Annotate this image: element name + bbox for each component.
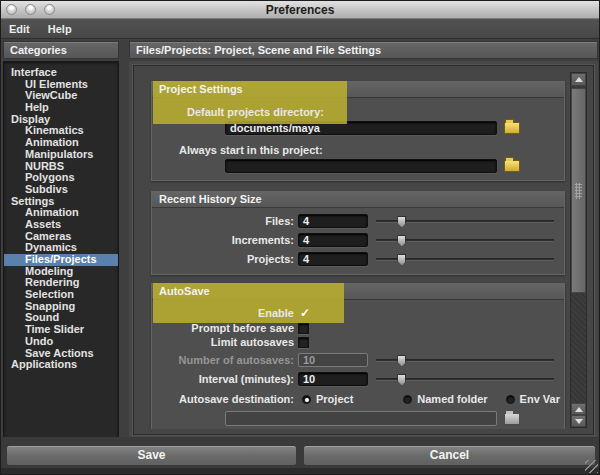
- increments-slider-thumb[interactable]: [397, 235, 406, 247]
- sidebar-item-viewcube[interactable]: ViewCube: [4, 90, 118, 102]
- autosave-path-field: [225, 411, 497, 426]
- title-bar: Preferences: [1, 1, 599, 19]
- scroll-down-button[interactable]: [571, 415, 586, 427]
- always-start-field[interactable]: [225, 159, 497, 173]
- sidebar-item-undo[interactable]: Undo: [4, 336, 118, 348]
- up-arrow-icon: [575, 77, 583, 82]
- scroll-up-button-bottom[interactable]: [571, 403, 586, 415]
- increments-field[interactable]: 4: [298, 233, 368, 247]
- autosave-title: AutoSave: [159, 285, 210, 297]
- always-start-label: Always start in this project:: [179, 144, 564, 156]
- radio-named-folder[interactable]: [403, 395, 412, 404]
- number-of-autosaves-field: 10: [298, 353, 368, 367]
- interval-minutes-label: Interval (minutes):: [152, 373, 294, 385]
- prompt-before-save-label: Prompt before save: [152, 322, 294, 334]
- cancel-button[interactable]: Cancel: [303, 445, 596, 466]
- default-projects-directory-field[interactable]: documents/maya: [225, 121, 497, 135]
- radio-label-project: Project: [316, 393, 353, 405]
- project-settings-header: Project Settings: [152, 82, 564, 98]
- categories-header: Categories: [3, 41, 119, 59]
- window-controls: [6, 4, 55, 15]
- scrollbar-thumb[interactable]: [571, 88, 586, 293]
- files-slider-thumb[interactable]: [397, 216, 406, 228]
- zoom-button[interactable]: [44, 4, 55, 15]
- limit-autosaves-label: Limit autosaves: [152, 336, 294, 348]
- save-button[interactable]: Save: [6, 445, 297, 466]
- settings-frame: Project Settings Default projects direct…: [133, 65, 594, 435]
- projects-slider-thumb[interactable]: [397, 254, 406, 266]
- autosave-header: AutoSave: [152, 284, 564, 300]
- sidebar-item-animation[interactable]: Animation: [4, 207, 118, 219]
- window-bottom-edge: [1, 468, 599, 474]
- autosave-group: AutoSave Enable ✓ Prompt before save Lim…: [151, 283, 565, 429]
- project-settings-title: Project Settings: [159, 83, 243, 95]
- increments-slider[interactable]: [376, 239, 554, 242]
- autosave-destination-row: Autosave destination: ProjectNamed folde…: [152, 393, 564, 405]
- browse-folder-icon[interactable]: [504, 122, 520, 134]
- preferences-window: Preferences Edit Help Categories Files/P…: [0, 0, 600, 475]
- limit-autosaves-checkbox[interactable]: [298, 337, 309, 348]
- resize-grip[interactable]: [585, 460, 598, 473]
- sidebar-item-time-slider[interactable]: Time Slider: [4, 324, 118, 336]
- sidebar-item-subdivs[interactable]: Subdivs: [4, 184, 118, 196]
- interval-minutes-slider-thumb[interactable]: [397, 374, 406, 386]
- menu-bar: Edit Help: [1, 19, 599, 39]
- sidebar-item-applications[interactable]: Applications: [4, 359, 118, 371]
- sidebar-item-files-projects[interactable]: Files/Projects: [4, 254, 118, 266]
- browse-folder-icon[interactable]: [504, 160, 520, 172]
- sidebar-item-snapping[interactable]: Snapping: [4, 301, 118, 313]
- down-arrow-icon: [575, 419, 583, 424]
- number-of-autosaves-slider: [376, 359, 554, 362]
- recent-history-title: Recent History Size: [152, 192, 564, 208]
- footer-bar: Save Cancel: [1, 437, 599, 474]
- interval-minutes-field[interactable]: 10: [298, 372, 368, 386]
- vertical-scrollbar[interactable]: [570, 72, 587, 428]
- number-of-autosaves-slider-thumb: [397, 355, 406, 367]
- radio-label-named-folder: Named folder: [417, 393, 487, 405]
- categories-list: InterfaceUI ElementsViewCubeHelpDisplayK…: [3, 61, 119, 439]
- settings-scroll-content: Project Settings Default projects direct…: [139, 71, 567, 429]
- radio-label-env-var: Env Var: [520, 393, 560, 405]
- radio-env-var[interactable]: [506, 395, 515, 404]
- minimize-button[interactable]: [25, 4, 36, 15]
- sidebar-item-manipulators[interactable]: Manipulators: [4, 149, 118, 161]
- interval-minutes-slider[interactable]: [376, 378, 554, 381]
- default-projects-directory-label: Default projects directory:: [187, 106, 564, 118]
- increments-label: Increments:: [152, 234, 294, 246]
- projects-slider[interactable]: [376, 258, 554, 261]
- project-settings-group: Project Settings Default projects direct…: [151, 81, 565, 181]
- scrollbar-track[interactable]: [571, 86, 586, 403]
- window-title: Preferences: [1, 3, 599, 17]
- projects-label: Projects:: [152, 253, 294, 265]
- close-button[interactable]: [6, 4, 17, 15]
- prompt-before-save-checkbox[interactable]: [298, 323, 309, 334]
- enable-label: Enable: [152, 307, 294, 319]
- browse-folder-icon-disabled: [504, 413, 520, 425]
- files-field[interactable]: 4: [298, 214, 368, 228]
- up-arrow-icon: [575, 407, 583, 412]
- menu-help[interactable]: Help: [48, 23, 72, 35]
- sidebar-item-interface[interactable]: Interface: [4, 67, 118, 79]
- sidebar-item-assets[interactable]: Assets: [4, 219, 118, 231]
- enable-checkbox[interactable]: ✓: [298, 306, 312, 319]
- autosave-destination-options: ProjectNamed folderEnv Var: [294, 393, 564, 405]
- radio-project[interactable]: [302, 395, 311, 404]
- number-of-autosaves-label: Number of autosaves:: [152, 354, 294, 366]
- autosave-destination-label: Autosave destination:: [152, 393, 294, 405]
- page-title: Files/Projects: Project, Scene and File …: [129, 41, 598, 59]
- scroll-up-button[interactable]: [571, 73, 586, 86]
- files-slider[interactable]: [376, 220, 554, 223]
- projects-field[interactable]: 4: [298, 252, 368, 266]
- settings-panel: Project Settings Default projects direct…: [129, 61, 598, 439]
- files-label: Files:: [152, 215, 294, 227]
- menu-edit[interactable]: Edit: [9, 23, 30, 35]
- sidebar-item-help[interactable]: Help: [4, 102, 118, 114]
- recent-history-group: Recent History Size Files: 4 Increments:…: [151, 191, 565, 275]
- sidebar-item-selection[interactable]: Selection: [4, 289, 118, 301]
